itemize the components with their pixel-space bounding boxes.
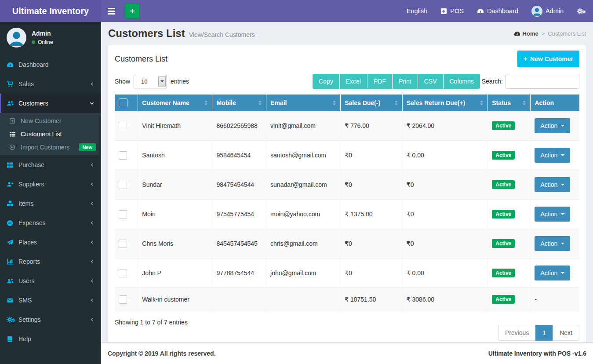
table-row: Walk-in customer ₹ 10751.50 ₹ 3086.00 Ac… xyxy=(115,288,579,311)
pos-link[interactable]: POS xyxy=(434,0,470,22)
sidebar-item-sms[interactable]: SMS xyxy=(0,291,101,310)
status-badge: Active xyxy=(492,269,515,277)
action-button[interactable]: Action xyxy=(535,148,570,163)
row-checkbox[interactable] xyxy=(119,295,127,304)
action-button[interactable]: Action xyxy=(535,236,570,251)
action-button[interactable]: Action xyxy=(535,207,570,222)
row-checkbox[interactable] xyxy=(119,181,127,189)
sidebar-user-status[interactable]: Online xyxy=(32,39,53,45)
content-wrapper: Customers List View/Search Customers Hom… xyxy=(101,22,593,364)
quick-add-button[interactable]: + xyxy=(125,4,140,18)
row-checkbox[interactable] xyxy=(119,210,127,218)
col-sales-return-due[interactable]: Sales Return Due(+) xyxy=(402,95,487,111)
col-sales-due[interactable]: Sales Due(-) xyxy=(341,95,403,111)
table-row: Vinit Hiremath 866022565988 vinit@gmail.… xyxy=(115,111,579,141)
cart-icon xyxy=(7,80,18,87)
sidebar-item-places[interactable]: Places xyxy=(0,233,101,252)
cell-email: vinit@gmail.com xyxy=(266,111,341,141)
page-1-button[interactable]: 1 xyxy=(535,325,553,341)
cell-mobile: 97545775454 xyxy=(212,200,266,229)
content-header: Customers List View/Search Customers Hom… xyxy=(101,22,593,42)
caret-down-icon xyxy=(561,184,564,186)
avatar xyxy=(7,28,26,47)
csv-button[interactable]: CSV xyxy=(418,74,444,89)
sidebar-item-purchase[interactable]: Purchase xyxy=(0,155,101,175)
previous-page-button[interactable]: Previous xyxy=(498,325,536,341)
paper-plane-icon xyxy=(7,239,18,246)
row-checkbox[interactable] xyxy=(119,122,127,130)
row-checkbox[interactable] xyxy=(119,151,127,160)
entries-select[interactable]: 10 xyxy=(134,75,167,88)
sidebar-subitem-new-customer[interactable]: New Customer xyxy=(0,114,101,127)
cell-email: santosh@gmail.com xyxy=(266,141,341,170)
sidebar-item-settings[interactable]: Settings xyxy=(0,310,101,329)
page-title: Customers List xyxy=(108,27,185,40)
col-email[interactable]: Email xyxy=(266,95,341,111)
action-button[interactable]: Action xyxy=(535,266,570,280)
breadcrumb: Home > Customers List xyxy=(514,30,586,37)
cell-email xyxy=(266,288,341,311)
cell-sales-return-due: ₹ 3086.00 xyxy=(402,288,487,311)
row-checkbox[interactable] xyxy=(119,269,127,277)
col-customer-name[interactable]: Customer Name xyxy=(138,95,212,111)
settings-menu[interactable] xyxy=(570,0,593,22)
sort-icon xyxy=(204,100,209,106)
copy-button[interactable]: Copy xyxy=(313,74,340,89)
action-button[interactable]: Action xyxy=(535,177,570,192)
sidebar-item-suppliers[interactable]: Suppliers xyxy=(0,175,101,194)
page-subtitle: View/Search Customers xyxy=(189,31,255,38)
copyright-text: Copyright © 2019 All rights reserved. xyxy=(108,350,216,357)
sidebar-item-help[interactable]: Help xyxy=(0,329,101,349)
columns-button[interactable]: Columns xyxy=(444,74,480,89)
sidebar-item-dashboard[interactable]: Dashboard xyxy=(0,55,101,74)
next-page-button[interactable]: Next xyxy=(553,325,579,341)
select-all-header[interactable] xyxy=(115,95,138,111)
row-checkbox[interactable] xyxy=(119,240,127,248)
table-row: Chris Moris 845457454545 chris@gmail.com… xyxy=(115,229,579,258)
sidebar-subitem-customers-list[interactable]: Customers List xyxy=(0,127,101,141)
chevron-left-icon xyxy=(90,81,95,87)
col-mobile[interactable]: Mobile xyxy=(212,95,266,111)
chevron-left-icon xyxy=(90,278,95,284)
sidebar-item-customers[interactable]: Customers xyxy=(0,94,101,113)
print-button[interactable]: Print xyxy=(393,74,418,89)
caret-down-icon xyxy=(561,154,564,156)
chevron-left-icon xyxy=(90,259,95,264)
cell-mobile: 845457454545 xyxy=(212,229,266,258)
col-status[interactable]: Status xyxy=(488,95,531,111)
users-icon xyxy=(7,277,18,284)
cell-mobile: 98475454544 xyxy=(212,170,266,200)
sidebar-item-items[interactable]: Items xyxy=(0,194,101,213)
version-text: Ultimate Inventory with POS -v1.6 xyxy=(488,350,586,357)
select-all-checkbox[interactable] xyxy=(119,98,127,107)
app-logo[interactable]: Ultimate Inventory xyxy=(0,0,101,22)
chevron-left-icon xyxy=(90,220,95,226)
sidebar-user-panel: Admin Online xyxy=(0,22,101,53)
cell-sales-return-due: ₹0 xyxy=(402,170,487,200)
breadcrumb-home[interactable]: Home xyxy=(514,30,538,37)
plus-square-icon xyxy=(9,118,21,124)
sort-icon xyxy=(394,100,399,106)
sidebar-item-expenses[interactable]: Expenses xyxy=(0,213,101,233)
search-input[interactable] xyxy=(506,74,579,89)
cell-email: moin@yahoo.com xyxy=(266,200,341,229)
sidebar-item-reports[interactable]: Reports xyxy=(0,252,101,271)
pdf-button[interactable]: PDF xyxy=(367,74,393,89)
user-menu[interactable]: Admin xyxy=(525,0,570,22)
app-title: Ultimate Inventory xyxy=(12,6,89,16)
new-customer-button[interactable]: + New Customer xyxy=(517,51,579,67)
sidebar-toggle-button[interactable] xyxy=(101,0,121,22)
action-button[interactable]: Action xyxy=(535,118,570,133)
sidebar-item-sales[interactable]: Sales xyxy=(0,74,101,94)
gauge-icon xyxy=(7,61,18,68)
sort-icon xyxy=(522,100,527,106)
language-menu[interactable]: English xyxy=(400,0,434,22)
sort-icon xyxy=(332,100,337,106)
sidebar-item-users[interactable]: Users xyxy=(0,271,101,291)
cell-email: john@gmail.com xyxy=(266,258,341,288)
cogs-icon xyxy=(7,316,18,323)
dashboard-link[interactable]: Dashboard xyxy=(470,0,525,22)
plus-icon: + xyxy=(130,6,135,16)
excel-button[interactable]: Excel xyxy=(340,74,367,89)
sidebar-subitem-import-customers[interactable]: Import Customers New xyxy=(0,141,101,154)
